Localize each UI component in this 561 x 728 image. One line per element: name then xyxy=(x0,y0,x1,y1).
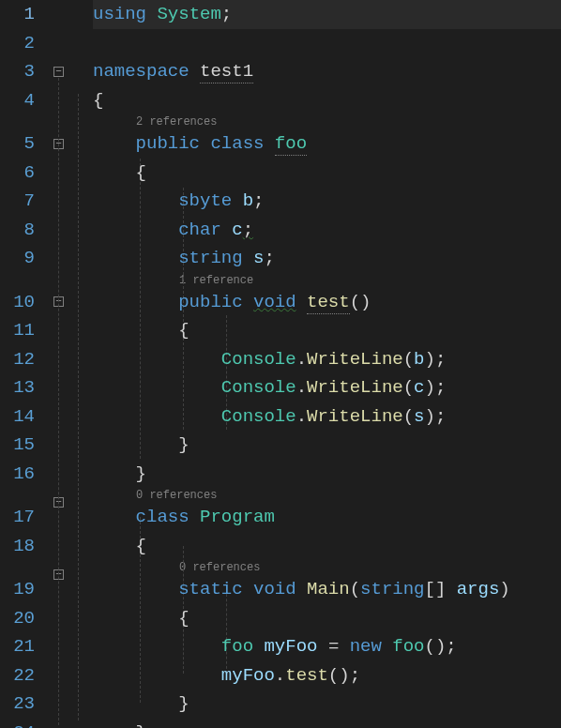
code-line[interactable]: Console.WriteLine(c); xyxy=(93,373,561,402)
code-line[interactable]: } xyxy=(93,690,561,719)
codelens-references[interactable]: 2 references xyxy=(93,116,561,129)
code-area[interactable]: using System; namespace test1 { 2 refere… xyxy=(93,0,561,728)
line-number: 8 xyxy=(0,216,35,245)
code-editor[interactable]: 1 2 3 4 5 6 7 8 9 10 11 12 13 14 15 16 1… xyxy=(0,0,561,728)
code-line[interactable]: Console.WriteLine(b); xyxy=(93,345,561,374)
line-number: 20 xyxy=(0,604,35,633)
line-number: 21 xyxy=(0,632,35,661)
line-number-gutter: 1 2 3 4 5 6 7 8 9 10 11 12 13 14 15 16 1… xyxy=(0,0,52,728)
code-line[interactable] xyxy=(93,29,561,58)
line-number: 1 xyxy=(0,0,35,29)
line-number: 11 xyxy=(0,316,35,345)
line-number: 3 xyxy=(0,57,35,86)
code-line[interactable]: Console.WriteLine(s); xyxy=(93,402,561,432)
code-line[interactable]: class Program xyxy=(93,503,561,532)
codelens-references[interactable]: 0 references xyxy=(93,562,561,575)
code-line[interactable]: namespace test1 xyxy=(93,57,561,86)
code-line[interactable]: { xyxy=(93,532,561,561)
line-number: 12 xyxy=(0,345,35,374)
line-number: 17 xyxy=(0,503,35,532)
line-number: 23 xyxy=(0,690,35,719)
line-number: 6 xyxy=(0,159,35,188)
code-line[interactable]: public class foo xyxy=(93,129,561,159)
code-line[interactable]: } xyxy=(93,719,561,729)
line-number: 9 xyxy=(0,244,35,273)
code-line[interactable]: } xyxy=(93,460,561,489)
codelens-references[interactable]: 1 reference xyxy=(93,275,561,288)
code-line[interactable]: string s; xyxy=(93,244,561,273)
line-number: 13 xyxy=(0,373,35,402)
code-line[interactable]: myFoo.test(); xyxy=(93,661,561,690)
code-line[interactable]: { xyxy=(93,159,561,188)
code-line[interactable]: using System; xyxy=(93,0,561,29)
line-number: 19 xyxy=(0,575,35,604)
code-line[interactable]: char c; xyxy=(93,216,561,245)
line-number: 15 xyxy=(0,431,35,460)
line-number: 10 xyxy=(0,288,35,317)
line-number: 7 xyxy=(0,187,35,216)
code-line[interactable]: public void test() xyxy=(93,288,561,317)
line-number: 22 xyxy=(0,661,35,690)
line-number: 14 xyxy=(0,402,35,432)
codelens-references[interactable]: 0 references xyxy=(93,490,561,503)
line-number: 4 xyxy=(0,86,35,115)
code-line[interactable]: { xyxy=(93,86,561,115)
code-line[interactable]: { xyxy=(93,604,561,633)
fold-column xyxy=(52,0,93,728)
line-number: 18 xyxy=(0,532,35,561)
line-number: 2 xyxy=(0,29,35,58)
line-number: 5 xyxy=(0,129,35,159)
code-line[interactable]: } xyxy=(93,431,561,460)
code-line[interactable]: sbyte b; xyxy=(93,187,561,216)
line-number: 24 xyxy=(0,719,35,729)
code-line[interactable]: static void Main(string[] args) xyxy=(93,575,561,604)
code-line[interactable]: foo myFoo = new foo(); xyxy=(93,632,561,661)
code-line[interactable]: { xyxy=(93,316,561,345)
line-number: 16 xyxy=(0,460,35,489)
fold-toggle-icon[interactable] xyxy=(53,67,64,77)
